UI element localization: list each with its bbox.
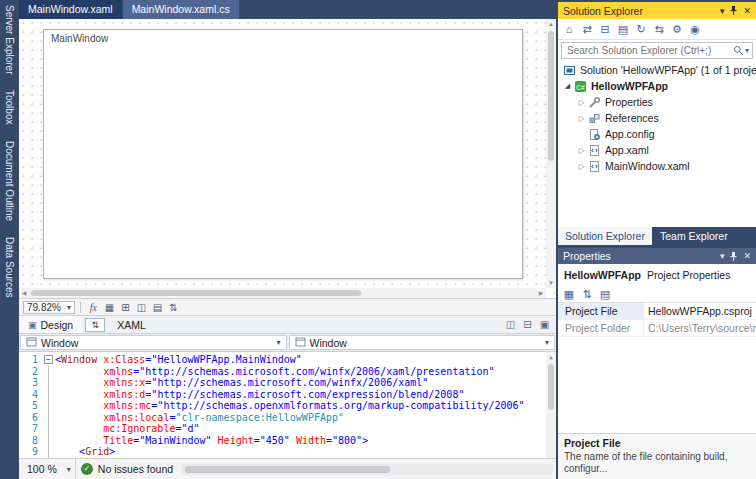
code-line[interactable]: 6 xmlns:local="clr-namespace:HellowWPFAp… (19, 412, 556, 424)
tree-item-label: HellowWPFApp (591, 80, 668, 92)
scrollbar-thumb[interactable] (31, 290, 361, 296)
swap-panes-button[interactable]: ⇅ (85, 318, 105, 332)
tree-item-properties[interactable]: ▷Properties (558, 94, 756, 110)
designer-horizontal-scrollbar[interactable]: ◀ ▶ (19, 288, 546, 298)
xaml-code-editor[interactable]: 1−<Window x:Class="HellowWPFApp.MainWind… (19, 351, 556, 458)
designer-vertical-scrollbar[interactable]: ▲ ▼ (546, 19, 556, 288)
sync-with-active-document-icon[interactable]: ⇆ (651, 23, 667, 36)
alphabetical-icon[interactable]: ⇅ (579, 288, 595, 301)
pin-icon[interactable] (729, 251, 738, 262)
collapsed-icon[interactable]: ▷ (576, 98, 587, 107)
code-line[interactable]: 1−<Window x:Class="HellowWPFApp.MainWind… (19, 354, 556, 366)
designer-surface[interactable]: MainWindow ▲ ▼ ◀ ▶ (19, 19, 556, 298)
side-tab-toolbox[interactable]: Toolbox (4, 90, 15, 124)
close-icon[interactable]: ✕ (743, 251, 751, 261)
collapse-pane-icon[interactable]: ▣ (537, 319, 552, 330)
code-line[interactable]: 8 Title="MainWindow" Height="450" Width=… (19, 435, 556, 447)
collapsed-icon[interactable]: ▷ (576, 114, 587, 123)
tree-item-label: References (605, 112, 659, 124)
scroll-down-icon[interactable]: ▼ (546, 278, 556, 288)
code-line[interactable]: 4 xmlns:d="http://schemas.microsoft.com/… (19, 389, 556, 401)
search-icon[interactable] (733, 45, 744, 56)
property-value[interactable]: C:\Users\Terry\source\rep (644, 320, 756, 336)
collapse-all-icon[interactable]: ⊟ (597, 23, 613, 36)
zoom-combobox[interactable]: 79.82% ▾ (23, 301, 75, 314)
collapsed-icon[interactable]: ▷ (576, 162, 587, 171)
search-input[interactable] (565, 44, 733, 57)
solution-explorer-search: ▾ (558, 40, 756, 61)
properties-header[interactable]: Properties ▾✕ (558, 248, 756, 264)
scroll-right-icon[interactable]: ▶ (536, 288, 546, 298)
breadcrumb-element-left[interactable]: Window ▾ (20, 335, 287, 350)
property-pages-icon[interactable]: ▤ (597, 288, 613, 301)
collapsed-icon[interactable]: ▷ (576, 146, 587, 155)
tree-item-hellowwpfapp[interactable]: ◢C#HellowWPFApp (558, 78, 756, 94)
property-row-project-folder[interactable]: Project FolderC:\Users\Terry\source\rep (558, 320, 756, 337)
editor-zoom-combobox[interactable]: 100 % ▾ (23, 459, 76, 479)
breadcrumb-element-right[interactable]: Window ▾ (289, 335, 556, 350)
categorized-icon[interactable]: ▦ (561, 288, 577, 301)
toggle-artboard-background-icon[interactable]: ◫ (134, 302, 149, 313)
scrollbar-thumb[interactable] (548, 364, 554, 410)
code-line[interactable]: 9 <Grid> (19, 446, 556, 458)
code-line[interactable]: 2 xmlns="http://schemas.microsoft.com/wi… (19, 366, 556, 378)
property-row-project-file[interactable]: Project FileHellowWPFApp.csproj (558, 303, 756, 320)
close-icon[interactable]: ✕ (743, 6, 751, 16)
search-box[interactable]: ▾ (561, 42, 753, 59)
tool-window-tab-bar: Solution ExplorerTeam Explorer (558, 227, 756, 245)
tree-item-solution-hellowwpfapp-1-of-1-project[interactable]: Solution 'HellowWPFApp' (1 of 1 project) (558, 62, 756, 78)
side-tab-document-outline[interactable]: Document Outline (4, 141, 15, 221)
side-tab-server-explorer[interactable]: Server Explorer (4, 5, 15, 74)
fold-collapse-icon[interactable]: − (43, 354, 55, 366)
property-value[interactable]: HellowWPFApp.csproj (644, 303, 756, 319)
doc-tab-mainwindow-xaml-cs[interactable]: MainWindow.xaml.cs (123, 0, 239, 19)
scroll-up-icon[interactable]: ▲ (546, 352, 556, 362)
properties-object-combobox[interactable]: HellowWPFApp Project Properties (558, 264, 756, 286)
tree-item-app-xaml[interactable]: ▷App.xaml (558, 142, 756, 158)
side-tab-data-sources[interactable]: Data Sources (4, 237, 15, 298)
snap-to-snaplines-icon[interactable]: ▤ (150, 302, 165, 313)
code-line[interactable]: 7 mc:Ignorable="d" (19, 423, 556, 435)
editor-vertical-scrollbar[interactable]: ▲ (546, 352, 556, 458)
preview-icon[interactable]: ◉ (687, 23, 703, 36)
tab-xaml[interactable]: XAML (108, 316, 155, 333)
scrollbar-thumb[interactable] (548, 31, 554, 161)
expanded-icon[interactable]: ◢ (562, 82, 573, 90)
refresh-icon[interactable]: ↻ (633, 23, 649, 36)
tree-item-mainwindow-xaml[interactable]: ▷MainWindow.xaml (558, 158, 756, 174)
disable-project-code-icon[interactable]: ⇅ (166, 302, 181, 313)
scroll-up-icon[interactable]: ▲ (546, 19, 556, 29)
split-horizontal-icon[interactable]: ⊟ (520, 319, 535, 330)
wpf-window-preview[interactable]: MainWindow (43, 29, 523, 279)
pin-icon[interactable] (729, 5, 738, 16)
solution-explorer-body: ⌂⇄⊟▤↻⇆⚙◉ ▾ Solution 'HellowWPFApp' (1 of… (558, 19, 756, 227)
window-position-icon[interactable]: ▾ (720, 251, 725, 261)
split-vertical-icon[interactable]: ◫ (503, 319, 518, 330)
tool-window-tab-team-explorer[interactable]: Team Explorer (653, 227, 735, 245)
show-snap-grid-icon[interactable]: ▦ (102, 302, 117, 313)
code-text: xmlns:x="http://schemas.microsoft.com/wi… (55, 377, 556, 389)
tree-item-app-config[interactable]: App.config (558, 126, 756, 142)
switch-views-icon[interactable]: ⇄ (579, 23, 595, 36)
tree-item-references[interactable]: ▷References (558, 110, 756, 126)
effects-icon[interactable]: fx (86, 302, 101, 313)
code-line[interactable]: 5 xmlns:mc="http://schemas.openxmlformat… (19, 400, 556, 412)
window-position-icon[interactable]: ▾ (720, 6, 725, 16)
line-number: 6 (19, 412, 43, 424)
editor-horizontal-scrollbar[interactable] (181, 464, 553, 475)
show-all-files-icon[interactable]: ▤ (615, 23, 631, 36)
scroll-left-icon[interactable]: ◀ (19, 288, 29, 298)
properties-icon[interactable]: ⚙ (669, 23, 685, 36)
doc-tab-mainwindow-xaml[interactable]: MainWindow.xaml (19, 0, 122, 19)
tab-xaml-label: XAML (117, 319, 146, 331)
chevron-down-icon[interactable]: ▾ (745, 46, 749, 55)
code-line[interactable]: 3 xmlns:x="http://schemas.microsoft.com/… (19, 377, 556, 389)
home-icon[interactable]: ⌂ (561, 23, 577, 35)
scrollbar-thumb[interactable] (185, 466, 390, 473)
solution-explorer-header[interactable]: Solution Explorer ▾✕ (558, 2, 756, 19)
line-number: 1 (19, 354, 43, 366)
property-name: Project Folder (558, 320, 644, 336)
tab-design[interactable]: ▣ Design (19, 316, 82, 333)
snap-to-gridlines-icon[interactable]: ⊞ (118, 302, 133, 313)
tool-window-tab-solution-explorer[interactable]: Solution Explorer (558, 227, 652, 245)
